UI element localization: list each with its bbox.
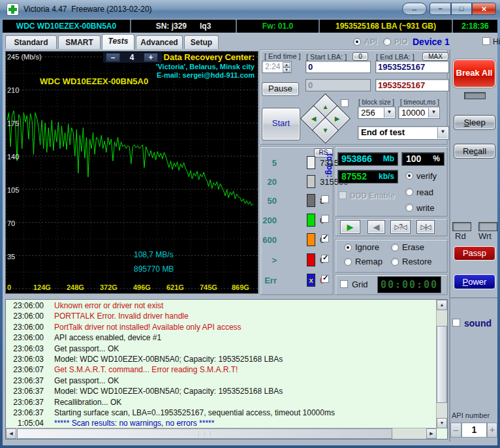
zero-lba-button[interactable]: 0	[352, 52, 368, 61]
right-divider	[449, 50, 450, 441]
y-axis-label: 140	[7, 153, 19, 161]
hints-checkbox[interactable]	[482, 37, 490, 45]
grid-checkbox[interactable]	[340, 280, 348, 288]
current-speed-overlay: 108,7 MB/s	[134, 250, 174, 259]
log-row: 23:06:37Get passport... OK	[6, 376, 436, 386]
title-bar[interactable]: Victoria 4.47 Freeware (2013-02-20) ↔ – …	[0, 0, 500, 19]
write-label: write	[416, 203, 434, 213]
remap-radio[interactable]	[344, 258, 352, 266]
pause-button[interactable]: Pause	[262, 82, 299, 96]
drive-capacity: 1953525168 LBA (~931 GB)	[320, 20, 453, 33]
vertical-scroll-thumb[interactable]	[437, 326, 447, 403]
api-minus-button[interactable]: –	[450, 423, 461, 438]
scan-graph-svg	[6, 52, 258, 293]
log-200-checkbox[interactable]	[321, 215, 329, 223]
max-lba-button[interactable]: MAX	[422, 52, 448, 61]
end-time-spinner[interactable]: 2:24 ▲▼	[262, 61, 292, 73]
tab-tests[interactable]: Tests	[102, 34, 134, 50]
reverse-button[interactable]: ◀	[367, 220, 385, 234]
current-position-overlay: 895770 MB	[134, 264, 174, 274]
api-radio[interactable]	[353, 38, 361, 46]
api-plus-button[interactable]: +	[487, 423, 497, 438]
verify-radio[interactable]	[405, 172, 413, 180]
counter-swatch	[307, 156, 315, 169]
pio-radio[interactable]	[383, 38, 391, 46]
zoom-in-button[interactable]: +	[144, 53, 158, 62]
jog-checkbox[interactable]	[341, 99, 349, 107]
log-vertical-scrollbar[interactable]: ▲ ▼	[436, 300, 447, 428]
chevron-down-icon[interactable]: ▼	[384, 108, 394, 118]
horizontal-scroll-thumb[interactable]: ⋮⋮⋮	[17, 428, 392, 439]
write-led-label: Wrt	[478, 231, 492, 241]
zoom-out-button[interactable]: –	[106, 53, 120, 62]
end-lba-secondary[interactable]: 1953525167	[375, 79, 449, 91]
speed-display: kb/s87552	[337, 170, 398, 184]
scroll-left-icon[interactable]: ◀	[6, 428, 16, 439]
log-panel[interactable]: 23:06:00Uknown error or driver not exist…	[5, 299, 448, 440]
tab-setup[interactable]: Setup	[184, 35, 219, 49]
recall-button[interactable]: Recall	[454, 144, 495, 159]
error-swatch: x	[307, 274, 315, 287]
scroll-up-icon[interactable]: ▲	[437, 300, 447, 310]
log-err-checkbox[interactable]	[321, 275, 329, 283]
log-horizontal-scrollbar[interactable]: ◀ ⋮⋮⋮ ▶	[6, 428, 437, 439]
x-axis-label: 372G	[100, 283, 129, 291]
end-time-spin-arrows[interactable]: ▲▼	[283, 62, 290, 72]
ignore-radio[interactable]	[344, 244, 352, 251]
counter-label: 600	[258, 235, 277, 245]
x-axis-label: 248G	[67, 283, 95, 291]
scroll-right-icon[interactable]: ▶	[426, 428, 437, 439]
api-number-label: API number	[452, 411, 490, 419]
restore-radio[interactable]	[391, 258, 399, 266]
erase-radio[interactable]	[391, 244, 399, 251]
log-timeout-checkbox[interactable]	[321, 255, 329, 263]
zoom-level: 4	[121, 53, 142, 62]
y-axis-label: 175	[7, 120, 19, 127]
swap-window-button[interactable]: ↔	[402, 3, 427, 15]
maximize-button[interactable]: □	[451, 3, 472, 15]
tab-standard[interactable]: Standard	[5, 35, 57, 49]
victoria-window: Victoria 4.47 Freeware (2013-02-20) ↔ – …	[0, 0, 500, 448]
percent-display: %100	[401, 152, 445, 166]
client-area: WDC WD10EZEX-00BN5A0 SN: j329 lq3 Fw: 01…	[3, 19, 497, 445]
block-size-select[interactable]: 256▼	[358, 106, 396, 119]
end-action-select[interactable]: End of test▼	[358, 126, 449, 140]
write-radio[interactable]	[405, 204, 413, 212]
play-button[interactable]: ▶	[340, 220, 360, 234]
tab-smart[interactable]: SMART	[58, 35, 101, 49]
start-button[interactable]: Start	[262, 108, 300, 140]
x-axis-label: 621G	[166, 283, 195, 291]
log-list[interactable]: 23:06:00Uknown error or driver not exist…	[6, 300, 436, 428]
log-row: 23:06:37Starting surface scan, LBA=0..19…	[6, 408, 436, 418]
sleep-button[interactable]: SSleepleep	[454, 115, 495, 130]
chevron-down-icon[interactable]: ▼	[428, 108, 439, 118]
log-50-checkbox[interactable]	[321, 195, 329, 203]
break-all-button[interactable]: Break All	[453, 59, 495, 88]
sound-checkbox[interactable]	[452, 319, 460, 327]
timeout-select[interactable]: 10000▼	[398, 106, 440, 119]
passp-button[interactable]: Passp	[454, 246, 495, 261]
to-end-button[interactable]: ▷|◁	[416, 220, 435, 234]
end-lba-label: [ End LBA: ]	[376, 53, 414, 61]
log-600-checkbox[interactable]	[321, 234, 329, 242]
minimize-button[interactable]: –	[430, 3, 451, 15]
power-button[interactable]: PowerPower	[454, 274, 495, 289]
tab-advanced[interactable]: Advanced	[136, 35, 183, 49]
y-axis-label: 35	[7, 253, 15, 261]
write-activity-led	[478, 222, 497, 231]
read-radio[interactable]	[405, 188, 413, 196]
ddd-enable-checkbox	[339, 191, 347, 199]
read-led-label: Rd	[455, 231, 466, 241]
chevron-down-icon[interactable]: ▼	[437, 127, 448, 138]
grid-label: Grid	[352, 280, 368, 289]
counter-label: Err	[258, 276, 277, 285]
scroll-down-icon[interactable]: ▼	[437, 418, 447, 428]
end-lba-input[interactable]: 1953525167	[375, 61, 449, 73]
close-button[interactable]: ×	[472, 3, 496, 15]
drc-subtitle: 'Victoria', Belarus, Minsk city	[156, 63, 255, 71]
progress-slot	[464, 92, 486, 99]
y-axis-label: 105	[7, 186, 19, 194]
start-lba-input[interactable]: 0	[305, 61, 371, 73]
ignore-label: Ignore	[355, 242, 379, 252]
skip-question-button[interactable]: ▷?◁	[390, 220, 411, 234]
